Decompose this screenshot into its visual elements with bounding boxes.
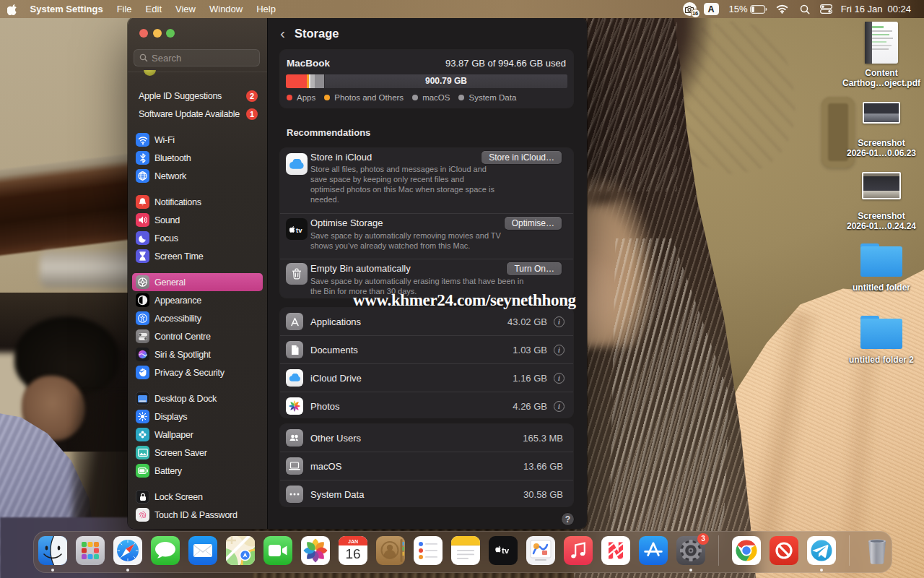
svg-text:tv: tv bbox=[502, 545, 510, 554]
svg-text:tv: tv bbox=[296, 226, 302, 234]
svg-text:16: 16 bbox=[345, 546, 360, 561]
svg-text:JAN: JAN bbox=[348, 538, 358, 543]
